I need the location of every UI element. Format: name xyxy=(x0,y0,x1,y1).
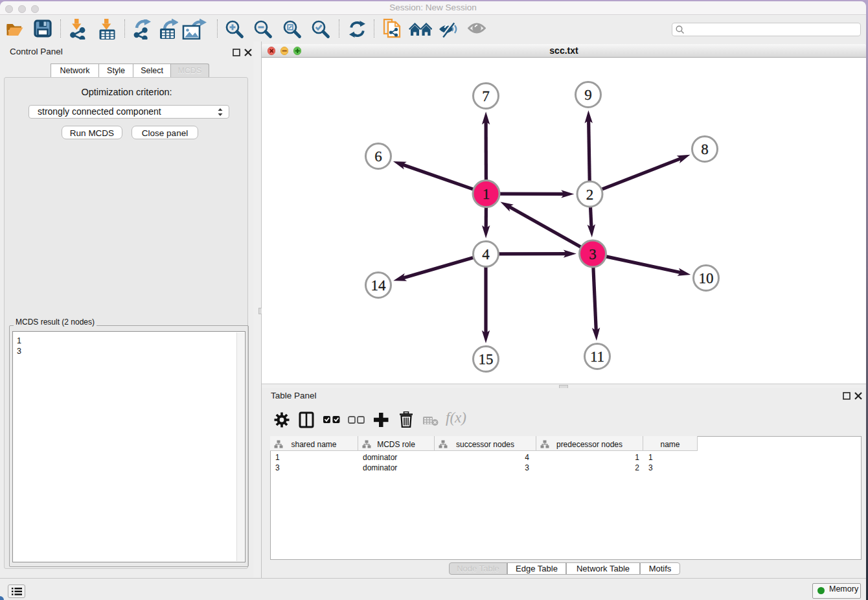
svg-text:2: 2 xyxy=(586,187,594,203)
svg-text:14: 14 xyxy=(371,277,387,294)
svg-text:8: 8 xyxy=(701,141,709,157)
svg-text:6: 6 xyxy=(374,148,382,165)
svg-text:11: 11 xyxy=(590,349,604,365)
svg-text:10: 10 xyxy=(699,270,714,286)
svg-text:7: 7 xyxy=(482,88,490,104)
svg-text:15: 15 xyxy=(479,351,494,367)
svg-text:1: 1 xyxy=(483,186,490,202)
svg-text:4: 4 xyxy=(482,246,490,262)
svg-text:3: 3 xyxy=(589,246,597,262)
svg-text:9: 9 xyxy=(584,87,592,103)
